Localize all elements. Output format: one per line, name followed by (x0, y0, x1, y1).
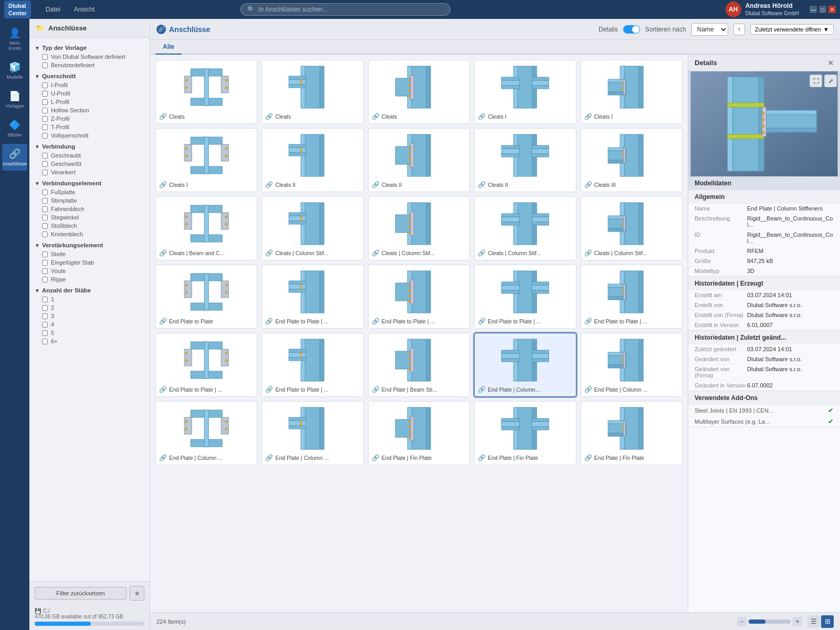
filter-checkbox[interactable] (42, 277, 48, 282)
filter-item[interactable]: Voute (29, 267, 150, 275)
grid-item[interactable]: 🔗End Plate | Fin Plate (368, 401, 470, 465)
filter-item[interactable]: Geschraubt (29, 151, 150, 160)
filter-section-header[interactable]: ▼Anzahl der Stäbe (29, 286, 150, 295)
filter-checkbox[interactable] (42, 170, 48, 175)
details-toggle[interactable] (623, 25, 640, 34)
filter-item[interactable]: Rippe (29, 275, 150, 284)
filter-checkbox[interactable] (42, 108, 48, 113)
grid-item[interactable]: 🔗Cleats III (581, 128, 682, 192)
sidebar-item-vorlagen[interactable]: 📄 Vorlagen (2, 86, 27, 113)
details-close-button[interactable]: ✕ (827, 59, 834, 67)
filter-checkbox[interactable] (42, 206, 48, 212)
grid-item[interactable]: 🔗End Plate | Column ... (581, 333, 682, 397)
sort-direction-button[interactable]: ↑ (733, 24, 745, 35)
preview-fullscreen-button[interactable]: ⤢ (824, 75, 837, 87)
filter-item[interactable]: Steife (29, 250, 150, 258)
filter-item[interactable]: Benutzerdefiniert (29, 61, 150, 69)
grid-item[interactable]: 🔗Cleats II (474, 128, 576, 192)
grid-item[interactable]: 🔗End Plate | Fin Plate (581, 401, 682, 465)
sidebar-item-modelle[interactable]: 🧊 Modelle (2, 57, 27, 84)
filter-checkbox[interactable] (42, 305, 48, 311)
grid-item[interactable]: 🔗Cleats | Column Stif... (581, 196, 682, 260)
filter-item[interactable]: Stirnplatte (29, 196, 150, 205)
grid-item[interactable]: 🔗Cleats (155, 60, 257, 124)
sidebar-item-anschluesse[interactable]: 🔗 Anschlüsse (2, 144, 27, 171)
zoom-out-button[interactable]: − (737, 617, 747, 626)
search-bar[interactable]: 🔍 (240, 3, 450, 16)
grid-item[interactable]: 🔗End Plate to Plate | ... (155, 333, 257, 397)
filter-item[interactable]: 2 (29, 303, 150, 312)
filter-item[interactable]: Fahnenblech (29, 205, 150, 213)
grid-item[interactable]: 🔗End Plate to Plate | ... (581, 265, 682, 329)
filter-checkbox[interactable] (42, 153, 48, 159)
grid-item[interactable]: 🔗Cleats I (581, 60, 682, 124)
grid-item[interactable]: 🔗Cleats II (368, 128, 470, 192)
filter-item[interactable]: 5 (29, 329, 150, 337)
minimize-button[interactable]: — (810, 6, 817, 13)
filter-checkbox[interactable] (42, 313, 48, 319)
filter-checkbox[interactable] (42, 54, 48, 60)
grid-item[interactable]: 🔗Cleats I (474, 60, 576, 124)
filter-favorite-button[interactable]: ★ (130, 586, 144, 601)
filter-item[interactable]: Von Dlubal Software definiert (29, 52, 150, 61)
grid-item[interactable]: 🔗Cleats | Column Stif... (474, 196, 576, 260)
filter-item[interactable]: 1 (29, 295, 150, 303)
preview-expand-button[interactable]: ⛶ (810, 75, 822, 87)
grid-item[interactable]: 🔗End Plate to Plate | ... (474, 265, 576, 329)
grid-item[interactable]: 🔗End Plate | Column ... (261, 401, 363, 465)
filter-item[interactable]: 3 (29, 312, 150, 320)
filter-item[interactable]: 4 (29, 320, 150, 329)
filter-checkbox[interactable] (42, 322, 48, 328)
grid-item[interactable]: 🔗End Plate | Column ... (155, 401, 257, 465)
filter-item[interactable]: Verankert (29, 168, 150, 176)
grid-item[interactable]: 🔗Cleats II (261, 128, 363, 192)
filter-checkbox[interactable] (42, 198, 48, 204)
grid-item[interactable]: 🔗End Plate | Column... (474, 333, 576, 397)
filter-checkbox[interactable] (42, 215, 48, 220)
sidebar-item-bloecke[interactable]: 🔷 Blöcke (2, 115, 27, 142)
filter-item[interactable]: I-Profil (29, 81, 150, 89)
filter-checkbox[interactable] (42, 116, 48, 122)
filter-item[interactable]: Fußplatte (29, 188, 150, 196)
recent-open-button[interactable]: Zuletzt verwendete öffnen ▼ (750, 24, 834, 35)
filter-section-header[interactable]: ▼Typ der Vorlage (29, 43, 150, 52)
filter-section-header[interactable]: ▼Verstärkungselement (29, 240, 150, 250)
sidebar-item-mein-konto[interactable]: 👤 Mein Konto (2, 23, 27, 55)
filter-item[interactable]: Eingefügter Stab (29, 258, 150, 267)
filter-checkbox[interactable] (42, 223, 48, 229)
filter-checkbox[interactable] (42, 330, 48, 336)
filter-item[interactable]: Hollow Section (29, 106, 150, 114)
filter-checkbox[interactable] (42, 124, 48, 130)
filter-item[interactable]: Vollquerschnitt (29, 131, 150, 140)
filter-section-header[interactable]: ▼Querschnitt (29, 71, 150, 81)
zoom-in-button[interactable]: + (793, 617, 802, 626)
grid-item[interactable]: 🔗Cleats | Column Stif... (368, 196, 470, 260)
filter-item[interactable]: Stegwinkel (29, 213, 150, 222)
filter-item[interactable]: Knotenblech (29, 230, 150, 238)
filter-checkbox[interactable] (42, 99, 48, 105)
filter-item[interactable]: Z-Profil (29, 114, 150, 123)
filter-checkbox[interactable] (42, 268, 48, 274)
grid-item[interactable]: 🔗End Plate | Beam Sti... (368, 333, 470, 397)
list-view-button[interactable]: ☰ (807, 615, 820, 628)
filter-checkbox[interactable] (42, 62, 48, 68)
filter-item[interactable]: T-Profil (29, 123, 150, 131)
grid-item[interactable]: 🔗End Plate to Plate (155, 265, 257, 329)
grid-item[interactable]: 🔗Cleats (261, 60, 363, 124)
filter-reset-button[interactable]: Filter zurücksetzen (35, 587, 127, 600)
grid-item[interactable]: 🔗End Plate to Plate | ... (368, 265, 470, 329)
grid-item[interactable]: 🔗End Plate to Plate | ... (261, 265, 363, 329)
filter-checkbox[interactable] (42, 82, 48, 88)
filter-item[interactable]: 6+ (29, 337, 150, 345)
filter-checkbox[interactable] (42, 297, 48, 302)
grid-item[interactable]: 🔗Cleats I (155, 128, 257, 192)
filter-checkbox[interactable] (42, 190, 48, 195)
tab-alle[interactable]: Alle (155, 40, 182, 55)
filter-checkbox[interactable] (42, 260, 48, 266)
filter-item[interactable]: U-Profil (29, 89, 150, 98)
grid-view-button[interactable]: ⊞ (821, 615, 834, 628)
grid-item[interactable]: 🔗End Plate to Plate | ... (261, 333, 363, 397)
zoom-slider[interactable] (749, 620, 791, 624)
menu-datei[interactable]: Datei (39, 4, 67, 15)
maximize-button[interactable]: □ (819, 6, 826, 13)
